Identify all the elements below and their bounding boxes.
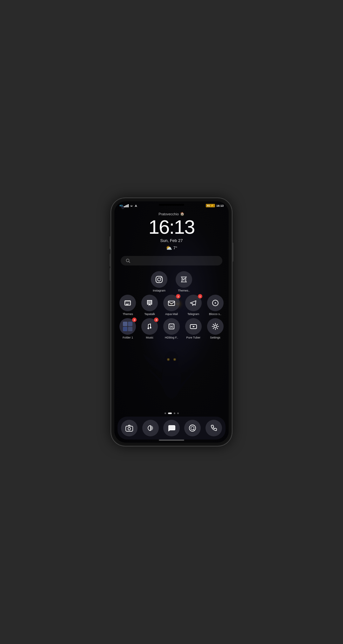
svg-point-32	[189, 425, 196, 431]
dot-1	[165, 413, 166, 414]
page-dots	[114, 411, 229, 417]
app-aquamail[interactable]: 1 Aqua Mail	[162, 295, 181, 316]
hdblog-label: HDblog F..	[165, 336, 178, 339]
battery-indicator: 81 ⚡	[206, 204, 215, 207]
settings-icon	[211, 322, 220, 331]
svg-point-31	[128, 427, 131, 430]
folder-icon	[123, 322, 132, 331]
themes2-icon	[179, 275, 188, 284]
tapatalk-icon	[145, 299, 154, 307]
weather-icon: ⛅	[166, 245, 172, 251]
dot-2-active	[168, 413, 172, 414]
folder1-badge: 2	[132, 318, 137, 322]
wifi-icon	[130, 204, 133, 207]
phone-icon	[209, 424, 218, 433]
themes-label: Themes	[123, 312, 133, 316]
app-hdblog[interactable]: H HDblog F..	[162, 318, 181, 339]
battery-percent: 81	[207, 204, 210, 207]
puretuber-icon-bg	[185, 318, 202, 335]
clock-widget: Pratovecchio 🏠 16:13 Sun, Feb 27 ⛅ 7°	[114, 209, 229, 253]
telegram-icon-bg: 1	[185, 295, 202, 311]
settings-icon-bg	[207, 318, 224, 335]
app-puretuber[interactable]: Pure Tuber	[184, 318, 203, 339]
svg-rect-17	[125, 301, 131, 302]
svg-text:H: H	[170, 325, 173, 329]
svg-rect-30	[126, 426, 133, 431]
telegram-badge: 1	[198, 294, 202, 299]
phone-screen: 4G	[114, 201, 229, 443]
dock-whatsapp[interactable]	[184, 420, 201, 436]
svg-point-23	[148, 328, 149, 329]
status-left: 4G	[119, 204, 138, 207]
tapatalk-label: Tapatalk	[144, 312, 155, 316]
camera-icon	[125, 424, 134, 433]
instagram-icon-bg	[151, 271, 167, 288]
signal-icon	[124, 204, 129, 207]
status-right: 81 ⚡ 16:13	[206, 204, 224, 207]
telegram-icon	[189, 299, 198, 307]
dock-phone[interactable]	[205, 420, 222, 436]
screen-content: 4G	[114, 201, 229, 443]
puretuber-label: Pure Tuber	[186, 336, 201, 339]
app-row-2: Themes Tapatalk	[117, 295, 226, 316]
app-themes[interactable]: Themes	[118, 295, 137, 316]
network-label: 4G	[119, 204, 123, 207]
dock-messages[interactable]	[163, 420, 180, 436]
svg-point-22	[215, 302, 216, 304]
aquamail-label: Aqua Mail	[165, 312, 178, 316]
mail-icon	[167, 299, 176, 307]
svg-point-24	[150, 327, 151, 329]
location-label: Pratovecchio 🏠	[114, 212, 229, 216]
instagram-label: Instagram	[153, 289, 165, 292]
app-instagram[interactable]: Instagram	[150, 271, 168, 292]
aquamail-badge: 1	[176, 294, 180, 299]
dock-camera[interactable]	[121, 420, 138, 436]
instagram-icon	[155, 275, 164, 284]
dot-3	[174, 413, 175, 414]
folder1-label: Folder 1	[123, 336, 133, 339]
weather-widget: ⛅ 7°	[114, 245, 229, 251]
navigation-icon	[134, 204, 138, 207]
dock-display[interactable]	[142, 420, 159, 436]
music-badge: 3	[154, 318, 158, 322]
tapatalk-icon-bg	[141, 295, 158, 311]
app-row-1: Instagram Themes..	[117, 271, 226, 292]
app-blocco[interactable]: Blocco s..	[206, 295, 225, 316]
blocco-label: Blocco s..	[209, 312, 221, 316]
phone-device: 4G	[111, 198, 232, 446]
dot-4	[177, 413, 179, 414]
settings-label: Settings	[210, 336, 220, 339]
svg-point-15	[161, 277, 162, 278]
search-bar[interactable]	[121, 256, 222, 265]
svg-marker-10	[135, 205, 137, 207]
hdblog-icon-bg: H	[163, 318, 180, 335]
svg-line-12	[129, 262, 130, 263]
folder1-icon-bg: 2	[119, 318, 136, 335]
music-icon	[145, 322, 154, 331]
youtube-icon	[189, 322, 198, 331]
app-grid: Instagram Themes..	[114, 268, 229, 411]
app-folder1[interactable]: 2 Folder 1	[118, 318, 137, 339]
app-tapatalk[interactable]: Tapatalk	[140, 295, 159, 316]
svg-point-29	[214, 325, 217, 328]
halfmoon-icon	[146, 424, 155, 433]
app-themes2[interactable]: Themes..	[175, 271, 193, 292]
temperature: 7°	[173, 245, 177, 250]
themes2-label: Themes..	[178, 289, 190, 292]
app-music[interactable]: 3 Music	[140, 318, 159, 339]
svg-rect-20	[168, 301, 175, 305]
themes2-icon-bg	[176, 271, 192, 288]
charging-icon: ⚡	[211, 204, 214, 207]
blocco-icon	[211, 299, 220, 307]
app-telegram[interactable]: 1 Telegram	[184, 295, 203, 316]
hdblog-icon: H	[167, 322, 176, 331]
whatsapp-icon	[188, 424, 197, 433]
search-icon	[126, 258, 130, 263]
svg-marker-28	[193, 326, 195, 327]
app-settings[interactable]: Settings	[206, 318, 225, 339]
app-row-3: 2 Folder 1 3	[117, 318, 226, 339]
dock	[118, 417, 225, 439]
blocco-icon-bg	[207, 295, 224, 311]
music-label: Music	[146, 336, 153, 339]
svg-point-14	[158, 278, 161, 281]
